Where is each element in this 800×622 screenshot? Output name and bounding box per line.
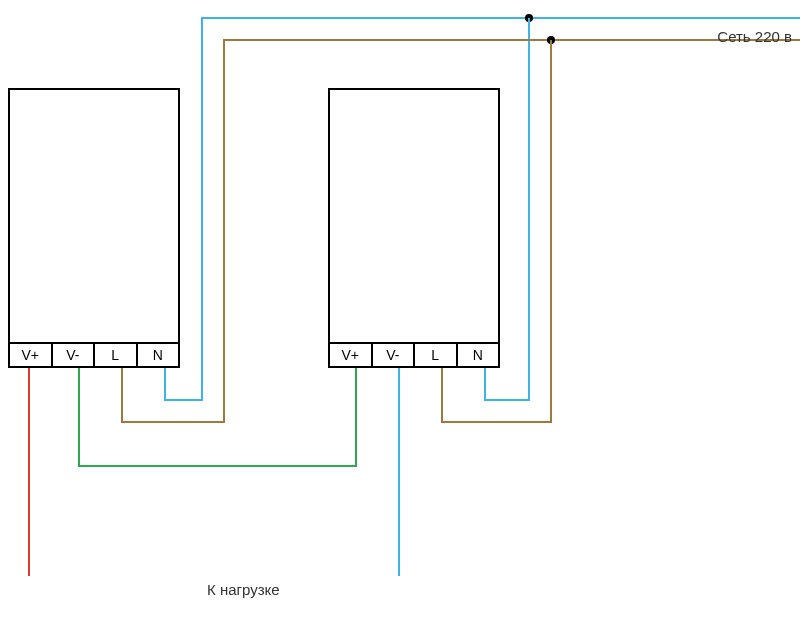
terminal-row: V+ V- L N: [330, 342, 498, 366]
terminal-row: V+ V- L N: [10, 342, 178, 366]
svg-point-0: [525, 14, 533, 22]
mains-label: Сеть 220 в: [717, 28, 792, 45]
terminal-n: N: [458, 344, 499, 366]
terminal-n: N: [138, 344, 179, 366]
power-supply-2: V+ V- L N: [328, 88, 500, 368]
load-label: К нагрузке: [207, 581, 280, 598]
terminal-l: L: [95, 344, 138, 366]
terminal-v-minus: V-: [53, 344, 96, 366]
terminal-v-plus: V+: [330, 344, 373, 366]
power-supply-1: V+ V- L N: [8, 88, 180, 368]
wiring-diagram: V+ V- L N V+ V- L N Сеть 220 в К нагрузк…: [0, 0, 800, 622]
terminal-v-minus: V-: [373, 344, 416, 366]
terminal-v-plus: V+: [10, 344, 53, 366]
svg-point-1: [547, 36, 555, 44]
terminal-l: L: [415, 344, 458, 366]
